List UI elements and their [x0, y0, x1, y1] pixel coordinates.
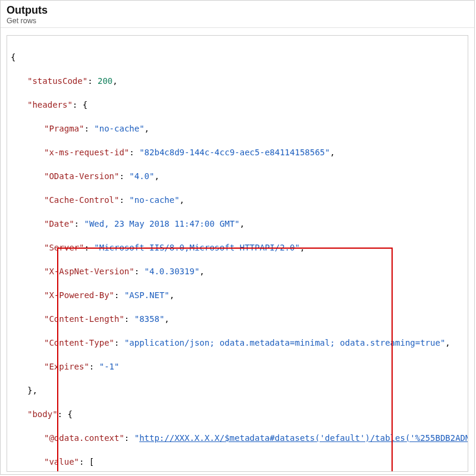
header-x-powered-by: ASP.NET — [129, 290, 164, 300]
header-server: Microsoft-IIS/8.0,Microsoft-HTTPAPI/2.0 — [99, 243, 295, 252]
header-content-type: application/json; odata.metadata=minimal… — [129, 338, 440, 347]
json-output[interactable]: { "statusCode": 200, "headers": { "Pragm… — [7, 35, 468, 472]
header-odata-version: 4.0 — [134, 171, 149, 181]
outputs-panel: Outputs Get rows { "statusCode": 200, "h… — [0, 0, 475, 475]
panel-subtitle: Get rows — [7, 17, 468, 25]
header-date: Wed, 23 May 2018 11:47:00 GMT — [89, 219, 234, 228]
header-pragma: no-cache — [99, 124, 139, 133]
panel-title: Outputs — [7, 4, 468, 17]
status-code-value: 200 — [98, 76, 112, 86]
header-cache-control: no-cache — [134, 195, 174, 205]
header-expires: -1 — [104, 362, 114, 371]
header-x-ms-request-id: 82b4c8d9-144c-4cc9-aec5-e84114158565 — [145, 148, 325, 157]
odata-context-link[interactable]: http://XXX.X.X.X/$metadata#datasets('def… — [139, 433, 468, 443]
header-x-aspnet-version: 4.0.30319 — [149, 267, 195, 276]
header-content-length: 8358 — [139, 314, 159, 324]
panel-body: { "statusCode": 200, "headers": { "Pragm… — [1, 28, 474, 472]
panel-header: Outputs Get rows — [1, 1, 474, 28]
